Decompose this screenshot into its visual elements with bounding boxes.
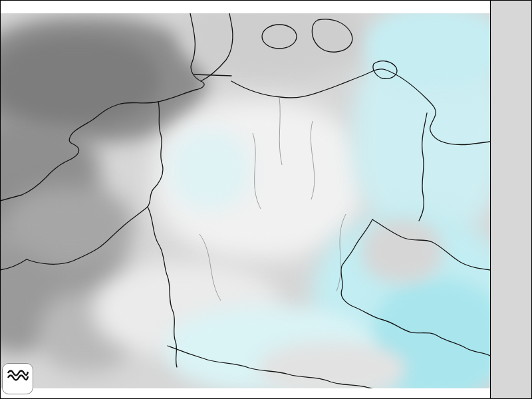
wave-icon [6, 368, 30, 382]
attribution-bar [0, 388, 490, 399]
metmaps-logo [2, 363, 33, 394]
map-overlay-layer [0, 0, 532, 399]
title-bar [0, 0, 490, 13]
watermark-text [3, 382, 32, 390]
